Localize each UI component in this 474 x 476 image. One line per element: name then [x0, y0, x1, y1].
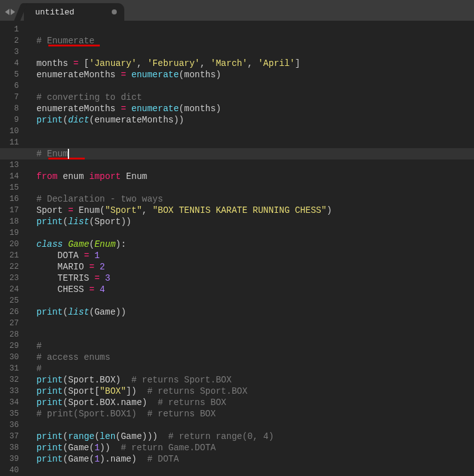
- code-token: [126, 104, 131, 114]
- line-number: 23: [0, 273, 19, 284]
- code-token: # DOTA: [147, 454, 178, 464]
- code-token: "BOX TENNIS KARATE RUNNING CHESS": [153, 205, 326, 215]
- line-number: 26: [0, 306, 19, 318]
- code-line[interactable]: [36, 329, 474, 340]
- code-line[interactable]: months = ['January', 'February', 'March'…: [36, 58, 474, 69]
- code-line[interactable]: print(Game(1).name) # DOTA: [36, 453, 474, 465]
- line-number: 7: [0, 92, 19, 103]
- code-token: months: [36, 58, 73, 68]
- code-token: (Game))): [116, 431, 168, 441]
- code-token: #: [36, 341, 41, 351]
- code-area[interactable]: # Enumeratemonths = ['January', 'Februar…: [26, 21, 474, 476]
- line-number: 1: [0, 24, 19, 35]
- code-token: list: [68, 217, 89, 227]
- code-line[interactable]: DOTA = 1: [36, 250, 474, 261]
- code-token: # returns BOX: [158, 398, 226, 408]
- line-number: 22: [0, 261, 19, 273]
- code-line[interactable]: print(Sport.BOX) # returns Sport.BOX: [36, 374, 474, 386]
- code-token: 'January': [89, 58, 137, 68]
- line-number: 30: [0, 352, 19, 363]
- line-number: 4: [0, 58, 19, 69]
- code-line[interactable]: enumerateMonths = enumerate(months): [36, 103, 474, 114]
- code-line[interactable]: print(Sport.BOX.name) # returns BOX: [36, 397, 474, 408]
- code-line[interactable]: from enum import Enum: [36, 171, 474, 182]
- code-token: (months): [179, 70, 221, 80]
- chevron-left-icon[interactable]: [5, 9, 9, 15]
- code-token: # print(Sport.BOX1) # returns BOX: [36, 409, 216, 419]
- code-line[interactable]: print(Game(1)) # return Game.DOTA: [36, 442, 474, 453]
- line-number: 9: [0, 114, 19, 126]
- code-line[interactable]: print(range(len(Game))) # return range(0…: [36, 431, 474, 442]
- code-line[interactable]: [36, 419, 474, 431]
- code-token: # Enum: [36, 149, 68, 159]
- line-number: 38: [0, 442, 19, 453]
- tab-untitled[interactable]: untitled: [24, 3, 124, 21]
- code-line[interactable]: [36, 318, 474, 329]
- code-line[interactable]: enumerateMonths = enumerate(months): [36, 69, 474, 80]
- line-number: 32: [0, 374, 19, 386]
- code-token: # return Game.DOTA: [121, 443, 215, 453]
- chevron-right-icon[interactable]: [11, 9, 15, 15]
- line-number: 37: [0, 431, 19, 442]
- editor[interactable]: 1234567891011121314151617181920212223242…: [0, 21, 474, 476]
- code-line[interactable]: print(list(Sport)): [36, 216, 474, 227]
- code-token: 1: [94, 251, 99, 261]
- code-line[interactable]: print(dict(enumerateMonths)): [36, 114, 474, 126]
- code-line[interactable]: print(list(Game)): [36, 306, 474, 318]
- code-token: dict: [68, 115, 89, 125]
- code-line[interactable]: [36, 182, 474, 193]
- line-number: 35: [0, 408, 19, 419]
- line-number: 21: [0, 250, 19, 261]
- code-line[interactable]: # Enum: [36, 148, 474, 160]
- code-line[interactable]: [36, 160, 474, 171]
- code-line[interactable]: CHESS = 4: [36, 284, 474, 295]
- code-line[interactable]: [36, 137, 474, 148]
- code-line[interactable]: [36, 295, 474, 306]
- code-line[interactable]: # Declaration - two ways: [36, 193, 474, 205]
- code-token: range: [68, 431, 94, 441]
- code-line[interactable]: #: [36, 363, 474, 374]
- code-token: CHESS: [36, 284, 89, 295]
- code-token: 2: [100, 262, 105, 272]
- code-line[interactable]: [36, 46, 474, 58]
- code-token: "Sport": [105, 205, 142, 215]
- code-token: # returns Sport.BOX: [147, 386, 247, 396]
- code-token: # return range(0, 4): [168, 431, 274, 441]
- code-line[interactable]: Sport = Enum("Sport", "BOX TENNIS KARATE…: [36, 205, 474, 216]
- code-token: =: [94, 273, 99, 283]
- code-line[interactable]: [36, 24, 474, 35]
- code-token: enumerate: [131, 70, 179, 80]
- code-line[interactable]: TETRIS = 3: [36, 273, 474, 284]
- code-line[interactable]: [36, 227, 474, 239]
- code-token: =: [73, 58, 78, 68]
- code-token: Enum(: [73, 205, 105, 215]
- code-line[interactable]: [36, 465, 474, 476]
- code-token: Sport: [36, 205, 68, 215]
- code-token: print: [36, 307, 63, 317]
- code-token: print: [36, 443, 63, 453]
- line-number: 6: [0, 80, 19, 92]
- code-line[interactable]: # print(Sport.BOX1) # returns BOX: [36, 408, 474, 419]
- line-number: 20: [0, 239, 19, 250]
- code-token: 4: [100, 284, 105, 295]
- code-token: 'April': [258, 58, 295, 68]
- code-line[interactable]: class Game(Enum):: [36, 239, 474, 250]
- code-token: )): [100, 443, 121, 453]
- code-token: #: [36, 364, 41, 374]
- tab-nav-arrows: [5, 9, 15, 15]
- code-token: ]: [295, 58, 300, 68]
- code-line[interactable]: # converting to dict: [36, 92, 474, 103]
- code-line[interactable]: print(Sport["BOX"]) # returns Sport.BOX: [36, 386, 474, 397]
- code-line[interactable]: # Enumerate: [36, 35, 474, 46]
- code-token: ,: [247, 58, 258, 68]
- code-line[interactable]: # access enums: [36, 352, 474, 363]
- code-line[interactable]: [36, 80, 474, 92]
- code-line[interactable]: MARIO = 2: [36, 261, 474, 273]
- code-line[interactable]: [36, 126, 474, 137]
- code-token: ):: [116, 239, 126, 249]
- code-line[interactable]: #: [36, 340, 474, 352]
- code-token: print: [36, 398, 63, 408]
- code-token: print: [36, 454, 63, 464]
- line-number-gutter: 1234567891011121314151617181920212223242…: [0, 21, 26, 476]
- line-number: 31: [0, 363, 19, 374]
